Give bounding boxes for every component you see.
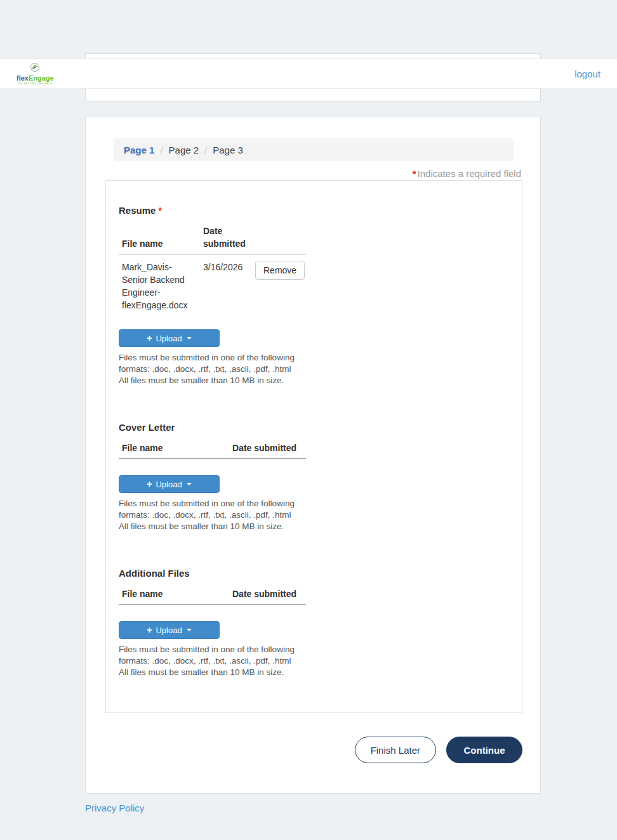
flexengage-logo-text: flexEngage <box>17 75 54 82</box>
resume-upload-button[interactable]: + Upload <box>119 329 220 347</box>
privacy-policy-link[interactable]: Privacy Policy <box>85 803 144 813</box>
resume-files-table: File name Date submitted Mark_Davis-Seni… <box>119 222 306 313</box>
continue-button[interactable]: Continue <box>446 737 522 763</box>
size-note: All files must be smaller than 10 MB in … <box>119 521 303 532</box>
flexengage-logo[interactable]: flexEngage GO BEYOND THE SALE <box>17 62 54 85</box>
cover-letter-upload-button[interactable]: + Upload <box>119 475 220 493</box>
plus-icon: + <box>147 333 152 343</box>
upload-button-label: Upload <box>156 626 182 635</box>
section-resume-title: Resume * <box>119 205 509 216</box>
column-header-file-name: File name <box>119 439 229 459</box>
column-header-date-submitted: Date submitted <box>200 222 252 254</box>
footer-actions: Finish Later Continue <box>355 737 522 763</box>
upload-format-notes: Files must be submitted in one of the fo… <box>119 644 303 678</box>
plus-icon: + <box>147 479 152 489</box>
cover-letter-files-table: File name Date submitted <box>119 439 306 459</box>
required-asterisk: * <box>159 206 162 216</box>
column-header-actions <box>252 222 306 254</box>
caret-down-icon <box>187 629 192 631</box>
breadcrumb-separator: / <box>204 145 207 155</box>
formats-note: Files must be submitted in one of the fo… <box>119 644 303 667</box>
finish-later-button[interactable]: Finish Later <box>355 737 436 763</box>
upload-button-label: Upload <box>156 480 182 489</box>
application-form-card: Page 1 / Page 2 / Page 3 *Indicates a re… <box>85 117 541 794</box>
section-resume: Resume * File name Date submitted Mark_D… <box>119 205 509 386</box>
required-note-text: Indicates a required field <box>418 168 521 179</box>
plus-icon: + <box>147 625 152 635</box>
column-header-date-submitted: Date submitted <box>229 585 306 605</box>
breadcrumb-page-2[interactable]: Page 2 <box>169 145 199 155</box>
formats-note: Files must be submitted in one of the fo… <box>119 498 303 521</box>
flexengage-logo-icon <box>30 62 40 74</box>
upload-button-label: Upload <box>156 334 182 343</box>
column-header-date-submitted: Date submitted <box>229 439 306 459</box>
section-title-text: Resume <box>119 205 156 216</box>
upload-format-notes: Files must be submitted in one of the fo… <box>119 352 303 386</box>
breadcrumb-page-1[interactable]: Page 1 <box>124 145 154 155</box>
upload-format-notes: Files must be submitted in one of the fo… <box>119 498 303 532</box>
logout-link[interactable]: logout <box>574 69 600 79</box>
section-title-text: Additional Files <box>119 568 190 579</box>
section-cover-letter-title: Cover Letter <box>119 422 509 433</box>
breadcrumb-page-3[interactable]: Page 3 <box>213 145 243 155</box>
size-note: All files must be smaller than 10 MB in … <box>119 375 303 386</box>
breadcrumb-separator: / <box>160 145 163 155</box>
section-additional-files-title: Additional Files <box>119 568 509 579</box>
additional-files-table: File name Date submitted <box>119 585 306 605</box>
page-breadcrumb: Page 1 / Page 2 / Page 3 <box>114 138 514 161</box>
section-title-text: Cover Letter <box>119 422 175 433</box>
file-name-cell: Mark_Davis-Senior Backend Engineer-flexE… <box>119 254 200 313</box>
column-header-file-name: File name <box>119 585 229 605</box>
required-field-note: *Indicates a required field <box>413 168 521 179</box>
size-note: All files must be smaller than 10 MB in … <box>119 667 303 678</box>
action-cell: Remove <box>252 254 306 313</box>
section-additional-files: Additional Files File name Date submitte… <box>119 568 509 678</box>
required-asterisk: * <box>413 168 416 179</box>
section-cover-letter: Cover Letter File name Date submitted + … <box>119 422 509 532</box>
header-bar: flexEngage GO BEYOND THE SALE logout <box>0 58 617 89</box>
caret-down-icon <box>187 337 192 339</box>
caret-down-icon <box>187 483 192 485</box>
remove-file-button[interactable]: Remove <box>255 261 305 280</box>
column-header-file-name: File name <box>119 222 200 254</box>
flexengage-logo-tagline: GO BEYOND THE SALE <box>18 82 53 85</box>
file-upload-panel: Resume * File name Date submitted Mark_D… <box>105 180 522 713</box>
table-row: Mark_Davis-Senior Backend Engineer-flexE… <box>119 254 306 313</box>
additional-files-upload-button[interactable]: + Upload <box>119 621 220 639</box>
formats-note: Files must be submitted in one of the fo… <box>119 352 303 375</box>
date-submitted-cell: 3/16/2026 <box>200 254 252 313</box>
